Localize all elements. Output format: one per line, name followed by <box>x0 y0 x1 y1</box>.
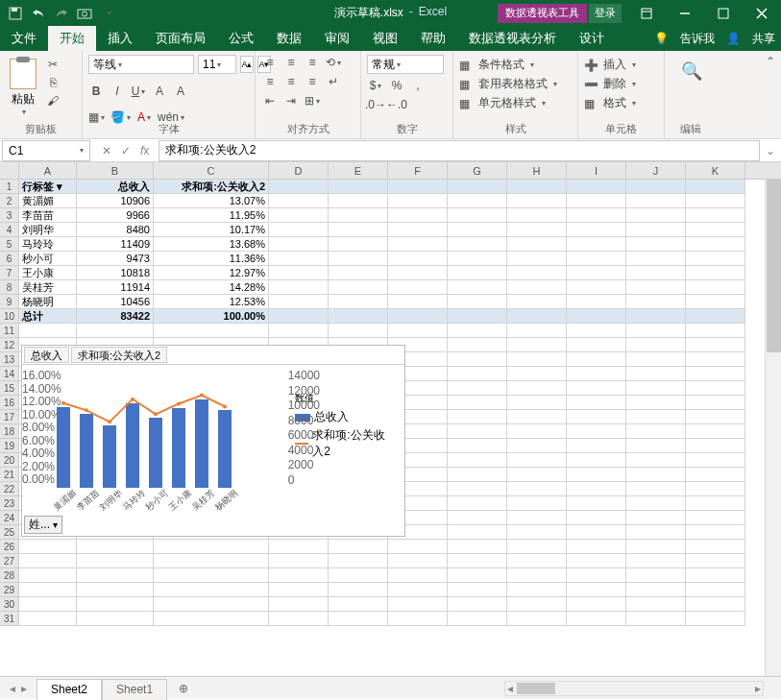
chart-field-tab[interactable]: 求和项:公关收入2 <box>71 347 167 363</box>
lightbulb-icon[interactable]: 💡 <box>654 32 669 45</box>
tab-home[interactable]: 开始 <box>48 26 96 51</box>
vertical-scrollbar[interactable] <box>765 180 781 676</box>
paste-button[interactable]: 粘贴 ▾ <box>6 55 40 116</box>
col-header[interactable]: G <box>448 162 507 179</box>
wrap-text-icon[interactable]: ↵ <box>325 74 342 89</box>
scroll-right-icon[interactable]: ▸ <box>753 682 763 695</box>
select-all-corner[interactable] <box>0 162 19 179</box>
font-name-combo[interactable]: 等线▾ <box>88 55 194 74</box>
row-header[interactable]: 4 <box>0 223 19 237</box>
font-shrink-icon[interactable]: A <box>173 83 188 100</box>
share-icon[interactable]: 👤 <box>726 32 741 45</box>
decrease-indent-icon[interactable]: ⇤ <box>261 93 279 109</box>
col-header[interactable]: H <box>507 162 567 179</box>
login-button[interactable]: 登录 <box>589 4 622 23</box>
chart-axis-field-button[interactable]: 姓... ▾ <box>24 516 62 534</box>
cancel-formula-icon[interactable]: ✕ <box>102 144 111 157</box>
row-header[interactable]: 30 <box>0 597 19 612</box>
qat-dropdown-icon[interactable]: ▾ <box>102 6 117 21</box>
tab-view[interactable]: 视图 <box>361 26 409 51</box>
row-header[interactable]: 20 <box>0 453 19 468</box>
underline-button[interactable]: U▾ <box>131 83 146 100</box>
add-sheet-icon[interactable]: ⊕ <box>173 678 194 699</box>
pivot-chart[interactable]: 总收入 求和项:公关收入2 16.00%14.00%12.00%10.00%8.… <box>21 345 405 537</box>
row-header[interactable]: 26 <box>0 540 19 554</box>
name-box[interactable]: C1▾ <box>2 140 90 161</box>
tab-pivot-analyze[interactable]: 数据透视表分析 <box>457 26 568 51</box>
row-header[interactable]: 27 <box>0 554 19 568</box>
col-header[interactable]: B <box>77 162 154 179</box>
row-header[interactable]: 7 <box>0 266 19 280</box>
percent-icon[interactable]: % <box>388 78 405 93</box>
increase-font-icon[interactable]: A▴ <box>240 56 254 73</box>
number-format-combo[interactable]: 常规▾ <box>367 55 444 74</box>
font-size-combo[interactable]: 11▾ <box>198 55 236 74</box>
row-header[interactable]: 8 <box>0 280 19 295</box>
redo-icon[interactable] <box>54 6 69 21</box>
font-grow-icon[interactable]: A <box>152 83 167 100</box>
fx-icon[interactable]: fx <box>140 144 149 157</box>
align-center-icon[interactable]: ≡ <box>282 74 300 89</box>
merge-icon[interactable]: ⊞▾ <box>304 93 321 109</box>
row-header[interactable]: 13 <box>0 352 19 367</box>
col-header[interactable]: C <box>154 162 269 179</box>
row-header[interactable]: 2 <box>0 194 19 208</box>
collapse-ribbon-icon[interactable]: ⌃ <box>766 55 775 68</box>
formula-input[interactable]: 求和项:公关收入2 <box>159 140 760 161</box>
align-right-icon[interactable]: ≡ <box>304 74 321 89</box>
row-header[interactable]: 9 <box>0 295 19 309</box>
row-header[interactable]: 28 <box>0 568 19 583</box>
find-icon[interactable]: 🔍 <box>681 60 702 82</box>
format-cells-button[interactable]: ▦格式▾ <box>584 95 636 111</box>
row-header[interactable]: 31 <box>0 612 19 626</box>
chart-field-tab[interactable]: 总收入 <box>24 347 69 363</box>
col-header[interactable]: D <box>269 162 329 179</box>
sheet-nav-next-icon[interactable]: ▸ <box>21 682 27 695</box>
save-icon[interactable] <box>8 6 23 21</box>
format-as-table-button[interactable]: ▦套用表格格式▾ <box>459 76 557 92</box>
conditional-format-button[interactable]: ▦条件格式▾ <box>459 57 557 73</box>
scrollbar-thumb[interactable] <box>517 683 555 694</box>
scroll-left-icon[interactable]: ◂ <box>505 682 515 695</box>
copy-icon[interactable]: ⎘ <box>44 75 61 90</box>
bold-button[interactable]: B <box>88 83 104 100</box>
row-header[interactable]: 29 <box>0 583 19 597</box>
decrease-decimal-icon[interactable]: ←.0 <box>388 97 405 112</box>
italic-button[interactable]: I <box>110 83 125 100</box>
share-button[interactable]: 共享 <box>752 31 775 47</box>
row-header[interactable]: 24 <box>0 511 19 525</box>
increase-decimal-icon[interactable]: .0→ <box>367 97 384 112</box>
col-header[interactable]: A <box>19 162 77 179</box>
undo-icon[interactable] <box>31 6 46 21</box>
insert-cells-button[interactable]: ➕插入▾ <box>584 57 636 73</box>
comma-icon[interactable]: , <box>409 78 427 93</box>
scrollbar-thumb[interactable] <box>767 180 781 352</box>
row-header[interactable]: 22 <box>0 482 19 496</box>
row-header[interactable]: 1 <box>0 180 19 194</box>
row-header[interactable]: 18 <box>0 424 19 439</box>
row-header[interactable]: 6 <box>0 252 19 266</box>
row-header[interactable]: 10 <box>0 309 19 324</box>
align-left-icon[interactable]: ≡ <box>261 74 279 89</box>
col-header[interactable]: K <box>686 162 745 179</box>
minimize-icon[interactable] <box>666 0 704 26</box>
tab-data[interactable]: 数据 <box>265 26 313 51</box>
row-header[interactable]: 11 <box>0 324 19 338</box>
row-header[interactable]: 5 <box>0 237 19 252</box>
close-icon[interactable] <box>743 0 781 26</box>
horizontal-scrollbar[interactable]: ◂ ▸ <box>504 681 764 696</box>
row-header[interactable]: 23 <box>0 496 19 511</box>
col-header[interactable]: E <box>329 162 388 179</box>
row-header[interactable]: 16 <box>0 396 19 410</box>
tab-file[interactable]: 文件 <box>0 26 48 51</box>
delete-cells-button[interactable]: ➖删除▾ <box>584 76 636 92</box>
align-middle-icon[interactable]: ≡ <box>282 55 300 70</box>
row-header[interactable]: 25 <box>0 525 19 540</box>
sheet-tab-active[interactable]: Sheet2 <box>37 679 102 700</box>
tab-design[interactable]: 设计 <box>568 26 616 51</box>
row-header[interactable]: 12 <box>0 338 19 352</box>
confirm-formula-icon[interactable]: ✓ <box>121 144 131 157</box>
tell-me[interactable]: 告诉我 <box>680 31 715 47</box>
row-header[interactable]: 17 <box>0 410 19 424</box>
row-header[interactable]: 19 <box>0 439 19 453</box>
